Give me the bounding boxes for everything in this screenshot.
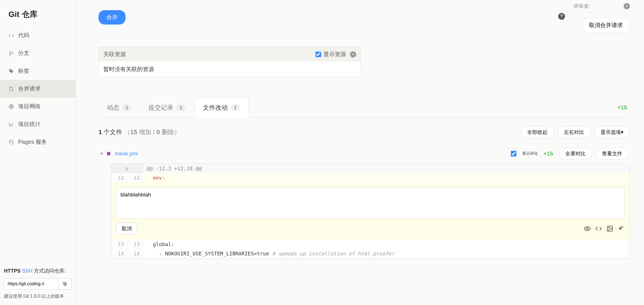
sidebar-item-label: 分支 <box>18 49 29 57</box>
collapse-file-toggle[interactable]: ▼ <box>100 151 104 156</box>
code-line[interactable]: env: <box>143 173 630 182</box>
file-diff-header: ▼ .travis.yml 显示评论 +15 全屏对比 查看文件 <box>98 148 630 160</box>
file-count: 1 个文件 （15 增加 / 0 删除） <box>98 128 180 136</box>
related-resources-panel: 关联资源 显示资源 + 暂时没有关联的资源 <box>98 47 361 77</box>
file-name-link[interactable]: .travis.yml <box>114 151 138 157</box>
expand-hunk-button[interactable]: ↕ <box>111 164 143 173</box>
line-number-new: 13 <box>127 240 143 249</box>
tab-badge: 1 <box>122 104 132 111</box>
diff-table: ↕ @@ -12,3 +12,18 @@ 12 12 env: blahblah… <box>111 163 630 258</box>
line-number-old: 14 <box>111 249 127 258</box>
show-comments-checkbox[interactable] <box>511 151 516 156</box>
globe-icon <box>8 104 14 109</box>
svg-point-2 <box>12 52 13 53</box>
clone-ssh-tab[interactable]: SSH <box>22 268 32 274</box>
add-reviewer-button[interactable]: + <box>624 3 630 9</box>
svg-point-3 <box>10 87 10 87</box>
svg-point-7 <box>9 140 14 144</box>
sidebar-item-label: Pages 服务 <box>18 138 47 146</box>
add-resource-button[interactable]: + <box>350 51 356 58</box>
comment-cancel-button[interactable]: 取消 <box>116 223 137 235</box>
clone-protocol-row: HTTPS SSH 方式访问仓库: <box>4 268 72 274</box>
line-number-old: 13 <box>111 240 127 249</box>
svg-point-10 <box>586 228 588 229</box>
sidebar-item-merge-requests[interactable]: 合并请求 <box>0 80 76 98</box>
svg-point-1 <box>10 54 10 55</box>
earth-icon <box>8 139 14 145</box>
tab-label: 文件改动 <box>203 103 228 112</box>
file-summary-row: 1 个文件 （15 增加 / 0 删除） 全部收起 左右对比 显示选项▾ <box>98 126 630 138</box>
sidebar-title: Git 仓库 <box>0 0 76 26</box>
collapse-all-button[interactable]: 全部收起 <box>521 126 554 138</box>
sidebar: Git 仓库 代码 分支 标签 合并请求 <box>0 0 76 305</box>
svg-point-4 <box>10 90 10 91</box>
clone-url-input[interactable] <box>4 278 58 289</box>
sidebar-item-branches[interactable]: 分支 <box>0 44 76 62</box>
sidebar-item-label: 标签 <box>18 67 29 75</box>
fullscreen-compare-button[interactable]: 全屏对比 <box>559 148 592 160</box>
inline-comment-form: blahblahblah 取消 <box>111 182 630 240</box>
sidebar-item-label: 代码 <box>18 32 29 39</box>
tag-icon <box>8 68 14 74</box>
chart-icon <box>8 121 14 127</box>
merge-request-icon <box>8 86 14 92</box>
show-resources-label: 显示资源 <box>323 50 346 58</box>
line-number-old: 12 <box>111 173 127 182</box>
tab-badge: 1 <box>176 104 185 111</box>
file-additions: +15 <box>541 151 555 157</box>
code-line[interactable]: - NOKOGIRI_USE_SYSTEM_LIBRARIES=true # s… <box>143 249 630 258</box>
preview-icon[interactable] <box>584 225 591 232</box>
help-icon[interactable]: ? <box>558 13 565 20</box>
code-icon <box>8 33 14 38</box>
sidebar-item-label: 项目统计 <box>18 120 41 128</box>
code-format-icon[interactable] <box>595 225 602 232</box>
copy-button[interactable] <box>58 278 72 289</box>
sidebar-item-pages[interactable]: Pages 服务 <box>0 133 76 151</box>
sidebar-item-code[interactable]: 代码 <box>0 26 76 44</box>
sidebar-item-label: 合并请求 <box>18 85 41 92</box>
tab-activity[interactable]: 动态 1 <box>98 98 140 118</box>
tab-files[interactable]: 文件改动 1 <box>194 98 249 118</box>
hunk-header: @@ -12,3 +12,18 @@ <box>143 164 630 173</box>
sidebar-item-tags[interactable]: 标签 <box>0 62 76 80</box>
tab-label: 提交记录 <box>148 103 173 112</box>
sidebar-item-label: 项目网络 <box>18 103 41 110</box>
related-title: 关联资源 <box>103 50 126 58</box>
reviewers-label: 评审者: <box>573 3 590 10</box>
total-additions: +15 <box>617 104 630 111</box>
show-comments-label: 显示评论 <box>522 151 538 156</box>
view-file-button[interactable]: 查看文件 <box>595 148 629 160</box>
tab-label: 动态 <box>107 103 119 112</box>
related-empty-text: 暂时没有关联的资源 <box>99 61 361 77</box>
side-by-side-button[interactable]: 左右对比 <box>557 126 591 138</box>
clone-section: HTTPS SSH 方式访问仓库: 建议使用 Git 1.8.0 以上的版本 <box>0 262 76 305</box>
tab-commits[interactable]: 提交记录 1 <box>140 98 194 118</box>
clone-suffix: 方式访问仓库: <box>34 268 66 274</box>
branch-icon <box>8 50 14 56</box>
image-icon[interactable] <box>606 225 613 232</box>
line-number-new: 12 <box>127 173 143 182</box>
comment-textarea[interactable]: blahblahblah <box>116 187 625 218</box>
tabs: 动态 1 提交记录 1 文件改动 1 +15 <box>98 98 630 118</box>
submit-icon[interactable] <box>618 225 625 232</box>
display-options-button[interactable]: 显示选项▾ <box>594 126 630 138</box>
main-content: ? 合并 评审者: + 取消合并请求 关联资源 显示资源 + 暂时没有关联的资源 <box>76 0 644 305</box>
line-number-new: 14 <box>127 249 143 258</box>
svg-point-0 <box>10 51 10 52</box>
clone-https-tab[interactable]: HTTPS <box>4 268 21 274</box>
file-status-icon <box>107 152 110 155</box>
copy-icon <box>62 281 67 286</box>
svg-point-12 <box>608 227 609 228</box>
show-resources-checkbox[interactable] <box>316 52 321 57</box>
reviewers-panel: 评审者: + 取消合并请求 <box>573 3 630 33</box>
clone-hint: 建议使用 Git 1.8.0 以上的版本 <box>4 293 72 299</box>
sidebar-item-network[interactable]: 项目网络 <box>0 98 76 115</box>
merge-button[interactable]: 合并 <box>98 10 126 25</box>
code-line[interactable]: global: <box>143 240 630 249</box>
cancel-merge-button[interactable]: 取消合并请求 <box>582 18 630 33</box>
sidebar-item-stats[interactable]: 项目统计 <box>0 115 76 133</box>
tab-badge: 1 <box>231 104 240 111</box>
caret-down-icon: ▾ <box>621 129 623 135</box>
svg-point-5 <box>12 90 13 91</box>
